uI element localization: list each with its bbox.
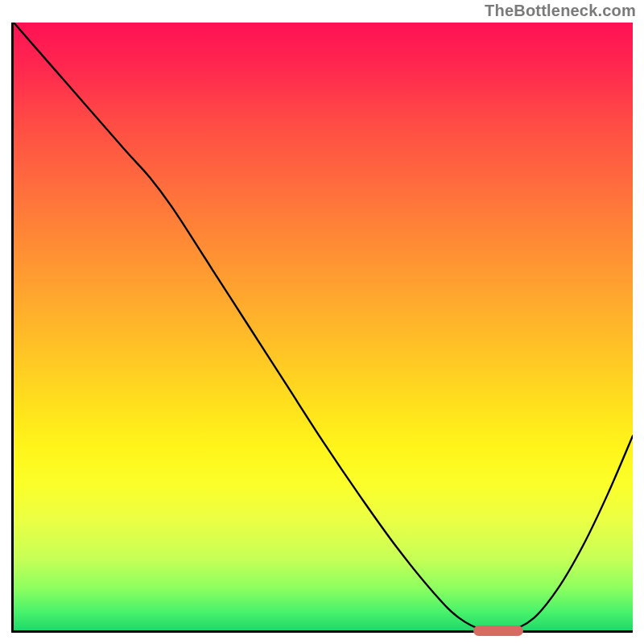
plot-area xyxy=(11,23,633,633)
optimal-marker xyxy=(473,625,523,636)
watermark: TheBottleneck.com xyxy=(485,2,636,20)
chart-container: TheBottleneck.com xyxy=(0,0,644,644)
bottleneck-curve xyxy=(14,23,633,630)
